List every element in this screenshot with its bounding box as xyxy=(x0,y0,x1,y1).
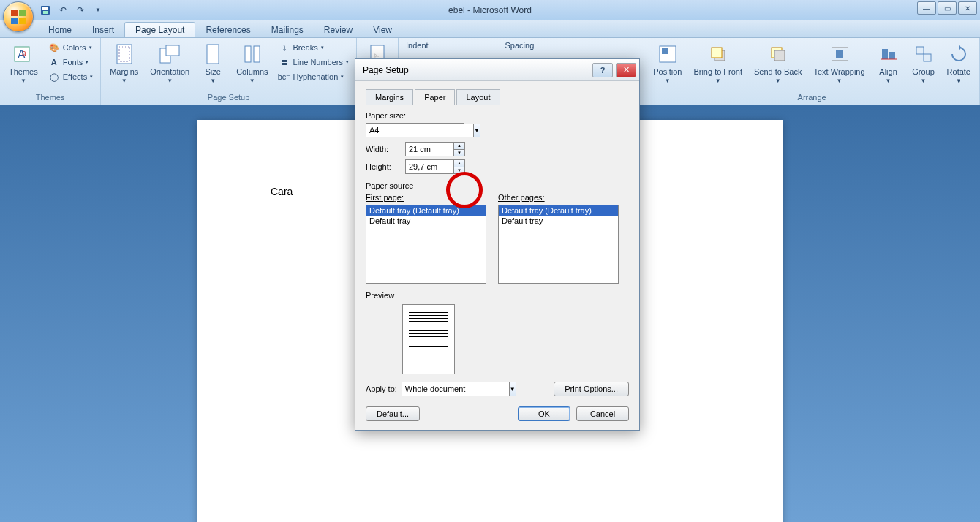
width-spin-down[interactable]: ▼ xyxy=(454,150,464,156)
group-button[interactable]: Group▼ xyxy=(908,41,940,86)
group-page-setup: Margins▼ Orientation▼ Size▼ Columns▼ ⤵Br… xyxy=(101,38,357,105)
paper-size-input[interactable] xyxy=(366,124,473,137)
group-icon xyxy=(912,42,935,66)
bring-to-front-button[interactable]: Bring to Front▼ xyxy=(689,41,747,86)
height-spin-up[interactable]: ▲ xyxy=(454,160,464,167)
orientation-button[interactable]: Orientation▼ xyxy=(146,41,194,86)
tab-home[interactable]: Home xyxy=(38,23,82,37)
close-button[interactable]: ✕ xyxy=(958,1,977,15)
tab-page-layout[interactable]: Page Layout xyxy=(124,22,195,37)
svg-rect-16 xyxy=(254,46,260,62)
dialog-tab-paper[interactable]: Paper xyxy=(415,89,455,105)
colors-button[interactable]: 🎨Colors ▾ xyxy=(45,41,96,54)
rotate-icon xyxy=(947,42,970,66)
spacing-label: Spacing xyxy=(502,41,599,51)
list-item[interactable]: Default tray xyxy=(366,216,486,226)
tab-review[interactable]: Review xyxy=(314,23,363,37)
margins-icon xyxy=(113,42,136,66)
text-wrapping-button[interactable]: Text Wrapping▼ xyxy=(809,41,869,86)
dialog-close-button[interactable]: ✕ xyxy=(616,63,636,77)
dialog-title: Page Setup xyxy=(363,65,409,75)
other-pages-listbox[interactable]: Default tray (Default tray) Default tray xyxy=(498,205,619,284)
position-button[interactable]: Position▼ xyxy=(649,41,686,86)
restore-button[interactable]: ▭ xyxy=(938,1,957,15)
group-arrange: Position▼ Bring to Front▼ Send to Back▼ … xyxy=(644,38,980,105)
svg-text:a: a xyxy=(22,49,26,57)
tab-insert[interactable]: Insert xyxy=(82,23,124,37)
quick-access-toolbar: ↶ ↷ ▼ xyxy=(38,0,105,20)
effects-button[interactable]: ◯Effects ▾ xyxy=(45,70,96,83)
svg-rect-2 xyxy=(11,18,18,24)
margins-button[interactable]: Margins▼ xyxy=(105,41,143,86)
minimize-button[interactable]: — xyxy=(917,1,936,15)
height-spin-down[interactable]: ▼ xyxy=(454,167,464,174)
height-input[interactable] xyxy=(406,160,453,173)
title-bar: ↶ ↷ ▼ ebel - Microsoft Word — ▭ ✕ xyxy=(0,0,980,20)
width-spin-up[interactable]: ▲ xyxy=(454,143,464,150)
hyphenation-icon: bc⁻ xyxy=(279,71,290,83)
default-button[interactable]: Default... xyxy=(366,406,420,421)
svg-rect-5 xyxy=(42,7,48,10)
svg-rect-15 xyxy=(245,46,251,62)
columns-button[interactable]: Columns▼ xyxy=(232,41,272,86)
cancel-button[interactable]: Cancel xyxy=(576,406,629,421)
document-text: Cara xyxy=(271,186,293,197)
tab-view[interactable]: View xyxy=(363,23,402,37)
dialog-tabs: Margins Paper Layout xyxy=(366,88,629,105)
office-button[interactable] xyxy=(3,1,34,32)
paper-size-dropdown-button[interactable]: ▼ xyxy=(473,124,480,137)
dialog-tab-margins[interactable]: Margins xyxy=(366,89,413,105)
svg-rect-13 xyxy=(166,45,179,56)
apply-to-label: Apply to: xyxy=(366,385,397,393)
apply-to-combo[interactable]: ▼ xyxy=(402,382,483,396)
colors-icon: 🎨 xyxy=(48,42,60,53)
save-button[interactable] xyxy=(38,3,53,18)
list-item[interactable]: Default tray (Default tray) xyxy=(366,205,486,216)
list-item[interactable]: Default tray (Default tray) xyxy=(499,205,618,216)
svg-rect-22 xyxy=(712,48,722,58)
position-icon xyxy=(656,42,679,66)
width-input[interactable] xyxy=(406,143,453,156)
ok-button[interactable]: OK xyxy=(518,406,570,421)
paper-size-label: Paper size: xyxy=(366,111,629,120)
tab-references[interactable]: References xyxy=(195,23,260,37)
size-icon xyxy=(201,42,225,66)
tab-mailings[interactable]: Mailings xyxy=(261,23,314,37)
send-to-back-button[interactable]: Send to Back▼ xyxy=(750,41,806,86)
hyphenation-button[interactable]: bc⁻Hyphenation ▾ xyxy=(276,70,352,83)
height-spinbox[interactable]: ▲▼ xyxy=(405,159,465,174)
dialog-tab-layout[interactable]: Layout xyxy=(456,89,500,105)
dialog-titlebar[interactable]: Page Setup ? ✕ xyxy=(355,59,639,81)
apply-to-input[interactable] xyxy=(402,382,509,396)
size-button[interactable]: Size▼ xyxy=(197,41,229,86)
group-themes: Aa Themes ▼ 🎨Colors ▾ AFonts ▾ ◯Effects … xyxy=(0,38,101,105)
height-label: Height: xyxy=(366,162,399,171)
line-numbers-button[interactable]: ≣Line Numbers ▾ xyxy=(276,56,352,69)
orientation-icon xyxy=(158,42,181,66)
page-setup-group-label: Page Setup xyxy=(105,91,352,103)
svg-rect-1 xyxy=(19,10,26,16)
preview-label: Preview xyxy=(366,291,629,300)
themes-icon: Aa xyxy=(12,42,35,66)
qat-dropdown[interactable]: ▼ xyxy=(91,3,105,18)
undo-button[interactable]: ↶ xyxy=(56,3,70,18)
breaks-button[interactable]: ⤵Breaks ▾ xyxy=(276,41,352,54)
list-item[interactable]: Default tray xyxy=(499,216,618,226)
apply-to-dropdown-button[interactable]: ▼ xyxy=(509,382,516,396)
bring-front-icon xyxy=(706,42,730,66)
align-button[interactable]: Align▼ xyxy=(872,41,905,86)
rotate-button[interactable]: Rotate▼ xyxy=(943,41,975,86)
print-options-button[interactable]: Print Options... xyxy=(554,382,629,396)
fonts-button[interactable]: AFonts ▾ xyxy=(45,56,96,69)
chevron-down-icon: ▼ xyxy=(20,77,26,84)
redo-button[interactable]: ↷ xyxy=(73,3,88,18)
width-spinbox[interactable]: ▲▼ xyxy=(405,142,465,156)
window-title: ebel - Microsoft Word xyxy=(448,5,532,15)
themes-label: Themes xyxy=(9,67,38,76)
svg-rect-25 xyxy=(836,50,843,58)
dialog-help-button[interactable]: ? xyxy=(592,63,613,77)
themes-button[interactable]: Aa Themes ▼ xyxy=(4,41,42,86)
svg-rect-6 xyxy=(43,11,48,14)
paper-size-combo[interactable]: ▼ xyxy=(366,123,464,137)
first-page-listbox[interactable]: Default tray (Default tray) Default tray xyxy=(366,205,486,284)
